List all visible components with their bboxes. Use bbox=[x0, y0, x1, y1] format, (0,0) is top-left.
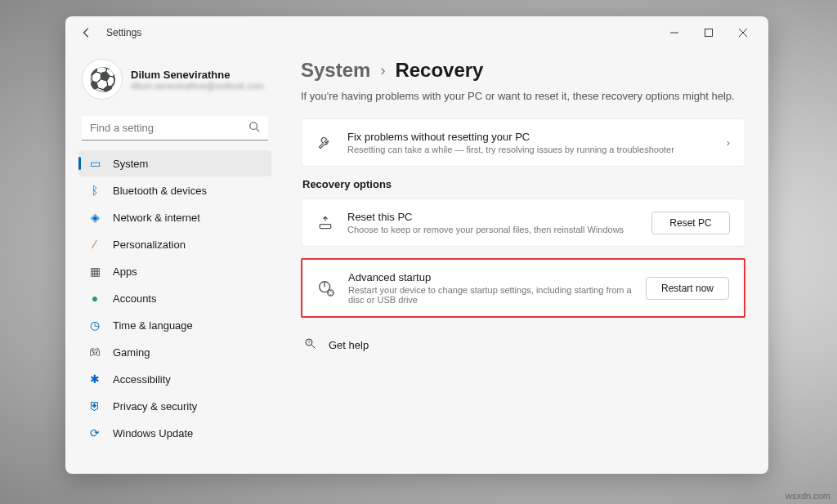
svg-point-4 bbox=[250, 123, 257, 130]
minimize-icon bbox=[670, 29, 678, 37]
nav-personalization[interactable]: ∕ Personalization bbox=[78, 231, 271, 257]
watermark: wsxdn.com bbox=[786, 491, 830, 501]
reset-pc-card: Reset this PC Choose to keep or remove y… bbox=[301, 198, 745, 247]
arrow-left-icon bbox=[81, 27, 92, 38]
minimize-button[interactable] bbox=[657, 21, 692, 44]
chevron-right-icon: › bbox=[727, 136, 730, 149]
search-icon bbox=[248, 121, 260, 135]
card-title: Reset this PC bbox=[347, 211, 638, 223]
breadcrumb-parent[interactable]: System bbox=[301, 59, 370, 82]
breadcrumb: System › Recovery bbox=[301, 59, 745, 82]
titlebar: Settings bbox=[65, 16, 768, 49]
close-button[interactable] bbox=[726, 21, 760, 44]
section-label: Recovery options bbox=[302, 178, 745, 190]
nav-system[interactable]: ▭ System bbox=[78, 150, 271, 176]
nav-label: System bbox=[113, 158, 148, 170]
help-icon: ? bbox=[304, 337, 317, 353]
back-button[interactable] bbox=[74, 20, 100, 46]
intro-text: If you're having problems with your PC o… bbox=[301, 90, 745, 102]
profile-block[interactable]: ⚽ Dilum Senevirathne dilum.senevirathne@… bbox=[78, 52, 271, 113]
person-icon: ● bbox=[88, 292, 101, 305]
close-icon bbox=[739, 29, 747, 37]
nav-bluetooth[interactable]: ᛒ Bluetooth & devices bbox=[78, 177, 271, 203]
card-title: Advanced startup bbox=[348, 271, 633, 283]
nav-apps[interactable]: ▦ Apps bbox=[78, 258, 271, 284]
advanced-startup-card: Advanced startup Restart your device to … bbox=[301, 258, 745, 318]
content-area: System › Recovery If you're having probl… bbox=[278, 49, 768, 474]
clock-icon: ◷ bbox=[88, 319, 101, 332]
nav-accounts[interactable]: ● Accounts bbox=[78, 285, 271, 311]
reset-pc-button[interactable]: Reset PC bbox=[651, 212, 730, 234]
chevron-right-icon: › bbox=[380, 62, 385, 79]
nav-label: Bluetooth & devices bbox=[113, 185, 207, 197]
apps-icon: ▦ bbox=[88, 265, 101, 278]
nav-label: Windows Update bbox=[113, 427, 193, 439]
nav-privacy[interactable]: ⛨ Privacy & security bbox=[78, 393, 271, 419]
card-desc: Choose to keep or remove your personal f… bbox=[347, 225, 638, 234]
fix-problems-card[interactable]: Fix problems without resetting your PC R… bbox=[301, 118, 745, 167]
nav-label: Privacy & security bbox=[113, 400, 197, 413]
nav-label: Accounts bbox=[113, 292, 156, 305]
maximize-button[interactable] bbox=[692, 21, 726, 44]
card-desc: Resetting can take a while — first, try … bbox=[347, 145, 714, 154]
maximize-icon bbox=[705, 29, 713, 37]
nav-label: Network & internet bbox=[113, 212, 200, 224]
card-title: Fix problems without resetting your PC bbox=[347, 131, 714, 143]
nav-list: ▭ System ᛒ Bluetooth & devices ◈ Network… bbox=[78, 150, 271, 446]
svg-line-5 bbox=[257, 129, 260, 132]
brush-icon: ∕ bbox=[88, 238, 101, 251]
nav-label: Personalization bbox=[113, 239, 186, 251]
card-desc: Restart your device to change startup se… bbox=[348, 285, 633, 305]
nav-label: Accessibility bbox=[113, 373, 171, 386]
accessibility-icon: ✱ bbox=[88, 372, 101, 386]
system-icon: ▭ bbox=[88, 157, 101, 170]
get-help-link[interactable]: ? Get help bbox=[301, 329, 745, 361]
nav-label: Time & language bbox=[113, 319, 193, 332]
svg-rect-1 bbox=[705, 29, 713, 37]
help-label: Get help bbox=[329, 339, 369, 351]
nav-label: Gaming bbox=[113, 346, 150, 359]
shield-icon: ⛨ bbox=[88, 399, 101, 413]
sidebar: ⚽ Dilum Senevirathne dilum.senevirathne@… bbox=[65, 49, 278, 474]
nav-time-language[interactable]: ◷ Time & language bbox=[78, 312, 271, 338]
nav-accessibility[interactable]: ✱ Accessibility bbox=[78, 366, 271, 392]
wifi-icon: ◈ bbox=[88, 211, 101, 224]
profile-name: Dilum Senevirathne bbox=[131, 69, 264, 81]
search-input[interactable] bbox=[90, 122, 248, 134]
wrench-icon bbox=[316, 135, 334, 151]
svg-text:?: ? bbox=[308, 340, 311, 345]
search-box[interactable] bbox=[82, 116, 268, 140]
nav-windows-update[interactable]: ⟳ Windows Update bbox=[78, 420, 271, 446]
avatar: ⚽ bbox=[82, 59, 123, 100]
power-gear-icon bbox=[317, 279, 335, 297]
nav-label: Apps bbox=[113, 265, 137, 278]
nav-network[interactable]: ◈ Network & internet bbox=[78, 204, 271, 230]
window-controls bbox=[657, 21, 760, 44]
profile-email: dilum.senevirathne@outlook.com bbox=[131, 81, 264, 91]
svg-rect-6 bbox=[320, 224, 330, 228]
breadcrumb-current: Recovery bbox=[395, 59, 483, 82]
reset-icon bbox=[316, 215, 334, 231]
settings-window: Settings ⚽ Dilum Senevirathne dilum.sene… bbox=[65, 16, 768, 474]
restart-now-button[interactable]: Restart now bbox=[646, 277, 729, 300]
window-title: Settings bbox=[106, 27, 141, 38]
update-icon: ⟳ bbox=[88, 426, 101, 439]
game-icon: 🎮︎ bbox=[88, 346, 101, 359]
bluetooth-icon: ᛒ bbox=[88, 184, 101, 197]
nav-gaming[interactable]: 🎮︎ Gaming bbox=[78, 339, 271, 365]
